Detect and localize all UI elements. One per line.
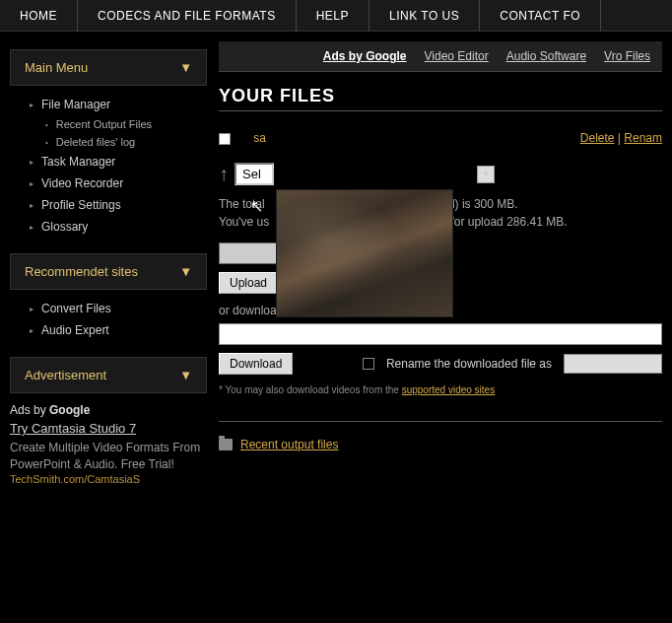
nav-home[interactable]: HOME (0, 0, 78, 32)
ad-description: Create Multiple Video Formats From Power… (10, 440, 207, 473)
ad-block: Ads by Google Try Camtasia Studio 7 Crea… (10, 393, 207, 495)
main-menu-header[interactable]: Main Menu ▼ (10, 49, 207, 86)
file-name-partial: sa (253, 131, 266, 145)
supported-sites-link[interactable]: supported video sites (402, 384, 496, 395)
ad-url[interactable]: TechSmith.com/CamtasiaS (10, 473, 207, 485)
recommended-header[interactable]: Recommendet sites ▼ (10, 253, 207, 290)
footnote: * You may also download videos from the … (219, 384, 662, 395)
arrow-icon: ▸ (30, 179, 34, 188)
ads-bar: Ads by Google Video Editor Audio Softwar… (219, 41, 662, 72)
arrow-icon: ▸ (30, 158, 34, 167)
sidebar-item-file-manager[interactable]: ▸File Manager (30, 94, 207, 115)
sidebar-item-audio-expert[interactable]: ▸Audio Expert (30, 319, 207, 341)
select-label: Sel (235, 163, 274, 185)
sidebar-item-profile-settings[interactable]: ▸Profile Settings (30, 194, 207, 216)
sidebar-sub-recent-output[interactable]: •Recent Output Files (30, 115, 207, 133)
advertisement-title: Advertisement (25, 368, 106, 382)
delete-link[interactable]: Delete (580, 131, 615, 145)
ads-link-vro-files[interactable]: Vro Files (604, 49, 650, 63)
bullet-icon: • (45, 138, 48, 147)
rename-link[interactable]: Renam (624, 131, 662, 145)
sidebar-sub-deleted-log[interactable]: •Deleted files' log (30, 133, 207, 151)
video-thumbnail-overlay[interactable] (276, 189, 453, 317)
chevron-down-icon: ▼ (179, 264, 192, 279)
sidebar-item-video-recorder[interactable]: ▸Video Recorder (30, 173, 207, 194)
sidebar-item-convert-files[interactable]: ▸Convert Files (30, 298, 207, 319)
rename-input[interactable] (564, 354, 662, 374)
sidebar: Main Menu ▼ ▸File Manager •Recent Output… (10, 41, 207, 495)
arrow-icon: ▸ (30, 201, 34, 210)
folder-icon (219, 439, 233, 450)
arrow-icon: ▸ (30, 223, 34, 232)
sidebar-item-glossary[interactable]: ▸Glossary (30, 216, 207, 238)
file-checkbox[interactable] (219, 133, 231, 145)
ad-byline: Ads by Google (10, 403, 207, 417)
arrow-icon: ▸ (30, 305, 34, 313)
nav-codecs[interactable]: CODECS AND FILE FORMATS (78, 0, 297, 32)
main-menu-title: Main Menu (25, 60, 88, 75)
advertisement-header[interactable]: Advertisement ▼ (10, 357, 207, 393)
chevron-down-icon: ▼ (179, 60, 192, 75)
sidebar-item-task-manager[interactable]: ▸Task Manager (30, 151, 207, 173)
bullet-icon: • (45, 120, 48, 129)
ads-by-google-link[interactable]: Ads by Google (323, 49, 407, 63)
page-title: YOUR FILES (219, 86, 662, 106)
file-row: sa Delete | Renam (219, 131, 662, 145)
divider (219, 421, 662, 422)
download-button[interactable]: Download (219, 353, 293, 375)
select-row: ↑ Sel ▼ (219, 163, 662, 185)
arrow-icon: ▸ (30, 101, 34, 109)
rename-label: Rename the downloaded file as (386, 357, 552, 371)
url-input[interactable] (219, 323, 662, 345)
ads-link-video-editor[interactable]: Video Editor (425, 49, 489, 63)
ad-title-link[interactable]: Try Camtasia Studio 7 (10, 421, 207, 436)
up-arrow-icon: ↑ (219, 163, 229, 185)
divider (219, 110, 662, 111)
upload-button[interactable]: Upload (219, 272, 278, 294)
recent-output-link[interactable]: Recent output files (219, 438, 662, 451)
top-nav: HOME CODECS AND FILE FORMATS HELP LINK T… (0, 0, 672, 32)
nav-help[interactable]: HELP (297, 0, 370, 32)
dropdown-button[interactable]: ▼ (477, 166, 495, 183)
nav-link-to-us[interactable]: LINK TO US (370, 0, 480, 32)
nav-contact[interactable]: CONTACT FO (480, 0, 601, 32)
rename-checkbox[interactable] (363, 358, 374, 370)
arrow-icon: ▸ (30, 326, 34, 335)
ads-link-audio-software[interactable]: Audio Software (506, 49, 586, 63)
chevron-down-icon: ▼ (179, 368, 192, 382)
recommended-title: Recommendet sites (25, 264, 138, 279)
